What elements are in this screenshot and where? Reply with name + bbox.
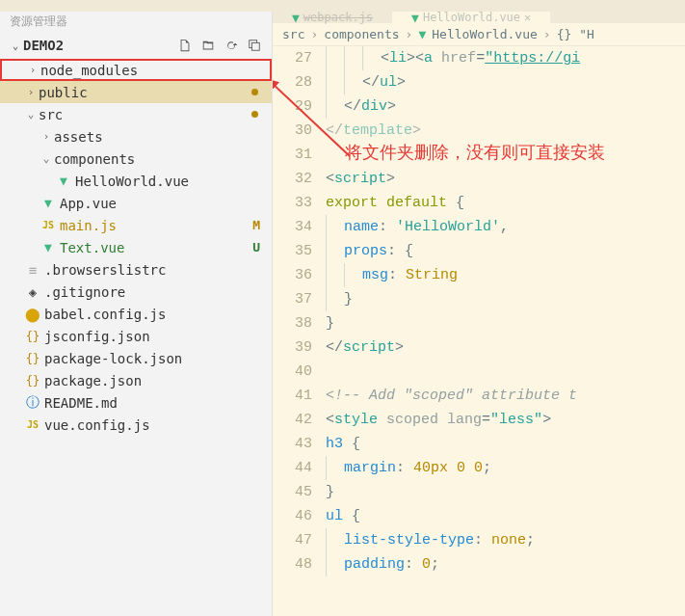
code-line[interactable]: } [326, 480, 685, 504]
tree-file[interactable]: {}package.json [0, 369, 272, 391]
line-number: 38 [273, 311, 312, 335]
line-number: 47 [273, 528, 312, 552]
tree-item-label: babel.config.js [44, 307, 166, 322]
tree-file[interactable]: ⬤babel.config.js [0, 303, 272, 325]
tree-item-label: assets [54, 129, 103, 145]
editor-tab-bar[interactable]: ▼ webpack.js ▼ HelloWorld.vue ✕ [273, 12, 685, 23]
code-line[interactable]: <li><a href="https://gi [326, 46, 685, 70]
line-number: 31 [273, 143, 312, 167]
line-number: 48 [273, 552, 312, 576]
tree-file[interactable]: ◈.gitignore [0, 281, 272, 303]
line-number: 39 [273, 335, 312, 360]
tree-item-label: vue.config.js [44, 417, 150, 433]
code-line[interactable] [326, 360, 685, 384]
chevron-down-icon: ⌄ [23, 108, 39, 121]
tab-inactive[interactable]: ▼ webpack.js [273, 12, 392, 23]
code-line[interactable]: } [326, 287, 685, 311]
tree-file[interactable]: ▼HelloWorld.vue [0, 170, 272, 192]
js-icon: JS [23, 419, 42, 430]
tree-item-label: .browserslistrc [44, 262, 166, 278]
vue-icon: ▼ [54, 174, 73, 188]
workspace-root-label: DEMO2 [23, 38, 64, 53]
tree-file[interactable]: JSvue.config.js [0, 414, 272, 436]
js-icon: JS [39, 220, 58, 230]
file-explorer-sidebar: 资源管理器 ⌄ DEMO2 ›node_modules›public⌄src›a… [0, 12, 273, 616]
chevron-right-icon: › [25, 64, 40, 76]
tree-file[interactable]: ≡.browserslistrc [0, 258, 272, 281]
scm-badge: U [252, 240, 260, 254]
tree-item-label: components [54, 151, 135, 167]
tree-item-label: public [39, 85, 88, 100]
new-file-icon[interactable] [175, 36, 195, 55]
tree-folder[interactable]: ›assets [0, 125, 272, 147]
code-line[interactable]: <!-- Add "scoped" attribute t [326, 384, 685, 408]
code-line[interactable]: </ul> [326, 70, 685, 94]
collapse-all-icon[interactable] [245, 36, 264, 55]
code-line[interactable]: <style scoped lang="less"> [326, 408, 685, 432]
tree-folder[interactable]: ›public [0, 81, 272, 103]
code-line[interactable]: <script> [326, 167, 685, 191]
text-icon: ≡ [23, 262, 42, 278]
tree-file[interactable]: {}package-lock.json [0, 347, 272, 369]
tree-item-label: App.vue [60, 196, 117, 211]
code-line[interactable]: list-style-type: none; [326, 528, 685, 552]
code-line[interactable]: h3 { [326, 432, 685, 456]
line-number: 36 [273, 263, 312, 287]
code-line[interactable]: name: 'HelloWorld', [326, 215, 685, 239]
line-number: 40 [273, 360, 312, 384]
code-content[interactable]: <li><a href="https://gi </ul> </div></te… [326, 46, 685, 616]
refresh-icon[interactable] [222, 36, 241, 55]
line-number: 41 [273, 384, 312, 408]
tree-file[interactable]: JSmain.jsM [0, 214, 272, 236]
code-line[interactable]: } [326, 311, 685, 335]
chevron-right-icon: › [310, 27, 318, 41]
tree-file[interactable]: ▼App.vue [0, 192, 272, 214]
tree-folder[interactable]: ›node_modules [0, 59, 272, 81]
json-icon: {} [23, 352, 42, 365]
tree-file[interactable]: {}jsconfig.json [0, 325, 272, 347]
tree-folder[interactable]: ⌄components [0, 147, 272, 170]
breadcrumb-item[interactable]: components [324, 27, 399, 41]
breadcrumb-item[interactable]: HelloWorld.vue [432, 27, 538, 41]
line-number: 35 [273, 239, 312, 263]
breadcrumb-item[interactable]: src [282, 27, 304, 41]
vue-icon: ▼ [418, 27, 426, 41]
line-number: 29 [273, 94, 312, 119]
breadcrumb[interactable]: src › components › ▼ HelloWorld.vue › {}… [273, 23, 685, 46]
line-number: 30 [273, 119, 312, 143]
workspace-root-header[interactable]: ⌄ DEMO2 [0, 32, 272, 59]
line-number: 44 [273, 456, 312, 480]
git-icon: ◈ [23, 284, 42, 300]
code-line[interactable]: margin: 40px 0 0; [326, 456, 685, 480]
tree-folder[interactable]: ⌄src [0, 103, 272, 125]
code-line[interactable]: props: { [326, 239, 685, 263]
tree-item-label: HelloWorld.vue [75, 174, 189, 189]
chevron-down-icon: ⌄ [8, 40, 23, 52]
json-icon: {} [23, 374, 42, 388]
code-line[interactable]: export default { [326, 191, 685, 215]
tree-file[interactable]: ▼Text.vueU [0, 236, 272, 258]
tree-item-label: src [39, 107, 63, 122]
code-editor-panel: ▼ webpack.js ▼ HelloWorld.vue ✕ src › co… [273, 12, 685, 616]
tree-item-label: Text.vue [60, 240, 124, 255]
tree-file[interactable]: ⓘREADME.md [0, 391, 272, 414]
info-icon: ⓘ [23, 394, 42, 412]
code-line[interactable]: padding: 0; [326, 552, 685, 576]
tree-item-label: main.js [60, 218, 117, 233]
tab-active[interactable]: ▼ HelloWorld.vue ✕ [392, 12, 550, 23]
code-line[interactable]: </script> [326, 335, 685, 360]
code-line[interactable]: </template> [326, 119, 685, 143]
annotation-text: 将文件夹删除，没有则可直接安装 [345, 141, 605, 164]
close-icon[interactable]: ✕ [524, 12, 531, 24]
new-folder-icon[interactable] [198, 36, 218, 55]
code-line[interactable]: </div> [326, 94, 685, 119]
file-tree: ›node_modules›public⌄src›assets⌄componen… [0, 59, 272, 616]
explorer-panel-title: 资源管理器 [0, 12, 272, 32]
chevron-down-icon: ⌄ [39, 152, 54, 165]
code-line[interactable]: ul { [326, 504, 685, 528]
breadcrumb-symbol[interactable]: {} "H [557, 27, 594, 41]
code-area[interactable]: 2728293031323334353637383940414243444546… [273, 46, 685, 616]
line-number: 43 [273, 432, 312, 456]
code-line[interactable]: msg: String [326, 263, 685, 287]
line-number: 33 [273, 191, 312, 215]
